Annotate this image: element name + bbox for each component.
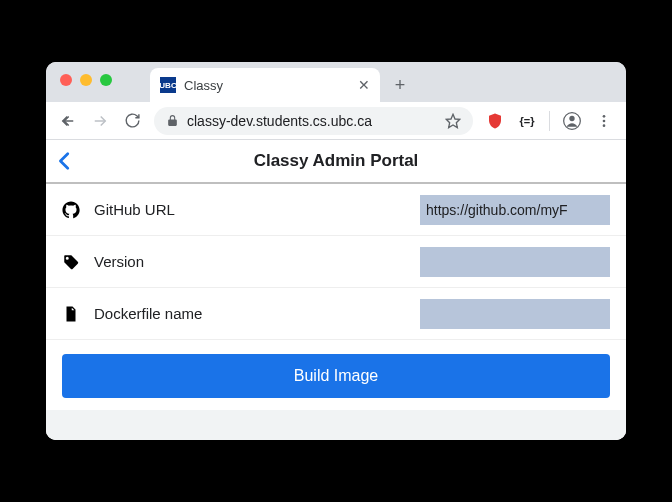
toolbar-divider [549, 111, 550, 131]
favicon-icon: UBC [160, 77, 176, 93]
build-image-button[interactable]: Build Image [62, 354, 610, 398]
address-bar[interactable]: classy-dev.students.cs.ubc.ca [154, 107, 473, 135]
build-form: GitHub URL Version Dockerfile name Build… [46, 184, 626, 410]
page-footer [46, 410, 626, 440]
kebab-icon [596, 113, 612, 129]
github-url-input[interactable] [420, 195, 610, 225]
back-button[interactable] [54, 107, 82, 135]
github-url-row: GitHub URL [46, 184, 626, 236]
browser-tab[interactable]: UBC Classy ✕ [150, 68, 380, 102]
shield-icon [486, 112, 504, 130]
svg-point-6 [603, 119, 606, 122]
maximize-window-button[interactable] [100, 74, 112, 86]
tab-title: Classy [184, 78, 350, 93]
file-icon [62, 305, 80, 323]
app-back-button[interactable] [54, 150, 76, 172]
svg-point-5 [603, 115, 606, 118]
arrow-right-icon [91, 112, 109, 130]
reload-button[interactable] [118, 107, 146, 135]
url-text: classy-dev.students.cs.ubc.ca [187, 113, 437, 129]
forward-button[interactable] [86, 107, 114, 135]
avatar-icon [562, 111, 582, 131]
tab-bar: UBC Classy ✕ + [46, 62, 626, 102]
bookmark-button[interactable] [445, 113, 461, 129]
close-tab-button[interactable]: ✕ [358, 77, 370, 93]
page-content: Classy Admin Portal GitHub URL Version [46, 140, 626, 440]
version-label: Version [94, 253, 406, 270]
version-row: Version [46, 236, 626, 288]
profile-button[interactable] [558, 107, 586, 135]
arrow-left-icon [59, 112, 77, 130]
lock-icon [166, 114, 179, 127]
submit-row: Build Image [46, 340, 626, 410]
svg-point-4 [569, 115, 574, 120]
menu-button[interactable] [590, 107, 618, 135]
svg-point-7 [603, 124, 606, 127]
close-window-button[interactable] [60, 74, 72, 86]
github-icon [62, 201, 80, 219]
extension-button[interactable]: {=} [513, 107, 541, 135]
dockerfile-label: Dockerfile name [94, 305, 406, 322]
minimize-window-button[interactable] [80, 74, 92, 86]
new-tab-button[interactable]: + [386, 71, 414, 99]
page-title: Classy Admin Portal [46, 151, 626, 171]
reload-icon [124, 112, 141, 129]
braces-icon: {=} [520, 115, 535, 127]
app-header: Classy Admin Portal [46, 140, 626, 184]
browser-window: UBC Classy ✕ + classy-dev.students.cs.ub… [46, 62, 626, 440]
window-controls [60, 74, 112, 86]
ublock-extension[interactable] [481, 107, 509, 135]
star-icon [445, 113, 461, 129]
svg-marker-2 [446, 114, 459, 127]
browser-toolbar: classy-dev.students.cs.ubc.ca {=} [46, 102, 626, 140]
version-input[interactable] [420, 247, 610, 277]
dockerfile-input[interactable] [420, 299, 610, 329]
chevron-left-icon [54, 150, 76, 172]
dockerfile-row: Dockerfile name [46, 288, 626, 340]
github-url-label: GitHub URL [94, 201, 406, 218]
tag-icon [62, 253, 80, 271]
